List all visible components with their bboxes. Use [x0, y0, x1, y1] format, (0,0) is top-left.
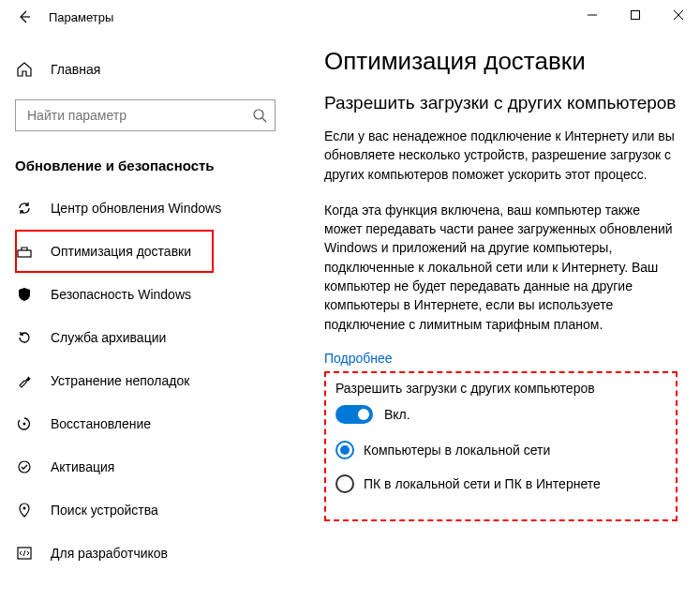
wrench-icon [15, 372, 34, 389]
search-input[interactable] [25, 107, 252, 124]
allow-downloads-toggle[interactable] [335, 405, 373, 424]
sidebar-item-windows-security[interactable]: Безопасность Windows [15, 273, 300, 316]
sidebar-item-windows-update[interactable]: Центр обновления Windows [15, 187, 300, 230]
description-2: Когда эта функция включена, ваш компьюте… [324, 201, 678, 334]
back-button[interactable] [9, 2, 39, 32]
sidebar-item-activation[interactable]: Активация [15, 445, 300, 488]
window-title: Параметры [49, 10, 113, 24]
toggle-label: Разрешить загрузки с других компьютеров [335, 381, 666, 396]
radio-icon [335, 441, 354, 459]
sidebar-section: Обновление и безопасность [15, 158, 300, 173]
sidebar-item-label: Устранение неполадок [51, 373, 189, 388]
maximize-button[interactable] [614, 0, 657, 30]
sidebar-item-label: Безопасность Windows [51, 287, 191, 302]
home-icon [15, 61, 34, 78]
location-icon [15, 502, 34, 518]
recovery-icon [15, 415, 34, 432]
sidebar-item-label: Восстановление [51, 416, 151, 431]
sidebar-item-troubleshoot[interactable]: Устранение неполадок [15, 359, 300, 402]
sidebar: Главная Обновление и безопасность Центр … [0, 34, 300, 601]
sidebar-item-label: Служба архивации [51, 330, 166, 345]
radio-local-and-internet[interactable]: ПК в локальной сети и ПК в Интернете [335, 474, 666, 493]
svg-rect-2 [632, 11, 640, 20]
home-label: Главная [51, 62, 100, 77]
svg-point-5 [254, 110, 263, 119]
activation-icon [15, 458, 34, 475]
svg-rect-7 [18, 250, 31, 257]
sidebar-item-label: Поиск устройства [51, 503, 158, 518]
sync-icon [15, 200, 34, 217]
toggle-state: Вкл. [384, 407, 410, 422]
radio-label: ПК в локальной сети и ПК в Интернете [364, 476, 601, 491]
backup-icon [15, 329, 34, 346]
settings-group: Разрешить загрузки с других компьютеров … [324, 371, 678, 521]
sidebar-nav: Центр обновления Windows Оптимизация дос… [15, 187, 300, 575]
section-heading: Разрешить загрузки с других компьютеров [324, 93, 678, 113]
sidebar-item-find-device[interactable]: Поиск устройства [15, 488, 300, 532]
sidebar-item-label: Для разработчиков [51, 546, 168, 561]
shield-icon [15, 286, 34, 303]
home-link[interactable]: Главная [15, 51, 300, 88]
page-title: Оптимизация доставки [324, 47, 678, 76]
sidebar-item-recovery[interactable]: Восстановление [15, 402, 300, 445]
code-icon [15, 545, 34, 562]
titlebar: Параметры [0, 0, 700, 34]
radio-local-network[interactable]: Компьютеры в локальной сети [335, 441, 666, 459]
sidebar-item-developers[interactable]: Для разработчиков [15, 532, 300, 575]
radio-label: Компьютеры в локальной сети [364, 443, 550, 458]
content-pane: Оптимизация доставки Разрешить загрузки … [300, 34, 700, 601]
close-button[interactable] [657, 0, 700, 30]
sidebar-item-label: Оптимизация доставки [51, 244, 191, 259]
delivery-icon [15, 243, 34, 260]
search-box[interactable] [15, 99, 276, 131]
description-1: Если у вас ненадежное подключение к Инте… [324, 127, 678, 184]
learn-more-link[interactable]: Подробнее [324, 351, 393, 366]
sidebar-item-label: Активация [51, 459, 114, 474]
svg-line-6 [262, 118, 266, 122]
radio-icon [335, 474, 354, 493]
minimize-button[interactable] [571, 0, 614, 30]
svg-point-8 [23, 423, 26, 426]
svg-point-10 [23, 507, 26, 510]
sidebar-item-backup[interactable]: Служба архивации [15, 316, 300, 359]
sidebar-item-label: Центр обновления Windows [51, 201, 221, 216]
svg-point-9 [19, 461, 30, 473]
sidebar-item-delivery-optimization[interactable]: Оптимизация доставки [15, 230, 214, 273]
search-icon [252, 108, 267, 123]
